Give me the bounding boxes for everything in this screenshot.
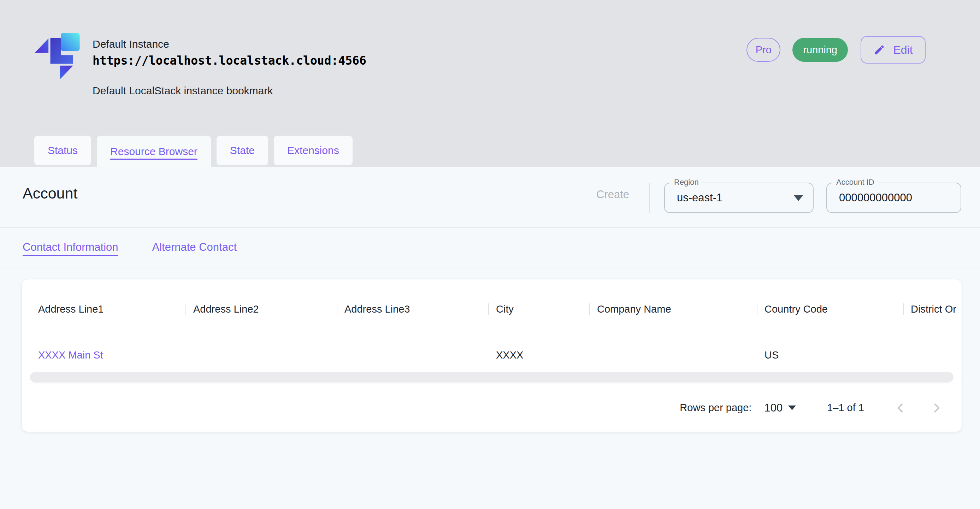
edit-button[interactable]: Edit — [861, 36, 926, 64]
data-grid-card: Address Line1 Address Line2 Address Line… — [22, 279, 962, 432]
chevron-left-icon — [892, 400, 908, 416]
column-header-company-name[interactable]: Company Name — [589, 304, 757, 315]
cell-city: XXXX — [488, 349, 589, 361]
tab-extensions[interactable]: Extensions — [274, 136, 353, 165]
status-badge: running — [792, 38, 848, 62]
localstack-logo-icon — [34, 32, 82, 80]
column-header-district[interactable]: District Or — [903, 304, 962, 315]
column-header-country-code[interactable]: Country Code — [757, 304, 903, 315]
pencil-icon — [873, 44, 885, 56]
tab-state[interactable]: State — [216, 136, 268, 165]
chevron-down-icon — [788, 406, 796, 410]
contact-subtabs: Contact Information Alternate Contact — [0, 228, 980, 267]
instance-url: https://localhost.localstack.cloud:4566 — [92, 54, 366, 67]
column-header-city[interactable]: City — [488, 304, 589, 315]
create-button[interactable]: Create — [597, 188, 629, 201]
pagination-bar: Rows per page: 100 1–1 of 1 — [22, 384, 962, 432]
subtab-contact-information[interactable]: Contact Information — [22, 241, 118, 254]
horizontal-scrollbar-thumb[interactable] — [30, 372, 953, 383]
chevron-right-icon — [929, 400, 945, 416]
data-grid: Address Line1 Address Line2 Address Line… — [22, 279, 962, 371]
chevron-down-icon — [794, 195, 803, 201]
main-tabs: Status Resource Browser State Extensions — [34, 136, 353, 167]
instance-name: Default Instance — [92, 37, 366, 51]
table-row[interactable]: XXXX Main St XXXX US — [22, 339, 962, 371]
resource-browser-panel: Account Create Region us-east-1 Account … — [0, 167, 980, 509]
localstack-app: Default Instance https://localhost.local… — [0, 0, 980, 509]
row-link-address-line1[interactable]: XXXX Main St — [38, 349, 103, 361]
edit-button-label: Edit — [893, 43, 913, 57]
page-title: Account — [22, 185, 77, 202]
instance-actions: Pro running Edit — [746, 35, 926, 65]
pro-badge: Pro — [746, 38, 780, 62]
cell-country-code: US — [757, 349, 903, 361]
next-page-button[interactable] — [928, 399, 945, 417]
rows-per-page-value: 100 — [764, 402, 783, 414]
instance-description: Default LocalStack instance bookmark — [92, 85, 273, 97]
toolbar-divider — [649, 183, 650, 213]
resource-header: Account Create Region us-east-1 Account … — [0, 167, 980, 228]
rows-per-page-label: Rows per page: — [680, 402, 751, 414]
column-header-address-line3[interactable]: Address Line3 — [337, 304, 488, 315]
account-id-field: Account ID — [826, 183, 961, 213]
table-header-row: Address Line1 Address Line2 Address Line… — [22, 279, 962, 339]
account-id-input[interactable] — [839, 183, 952, 212]
tab-resource-browser[interactable]: Resource Browser — [97, 136, 211, 167]
pagination-range: 1–1 of 1 — [827, 402, 864, 414]
previous-page-button[interactable] — [892, 399, 908, 417]
tab-status[interactable]: Status — [34, 136, 91, 165]
region-select-value: us-east-1 — [677, 183, 722, 212]
region-select[interactable]: Region us-east-1 — [664, 183, 814, 213]
column-header-address-line2[interactable]: Address Line2 — [186, 304, 337, 315]
column-header-address-line1[interactable]: Address Line1 — [22, 304, 186, 315]
rows-per-page-select[interactable]: 100 — [764, 402, 796, 414]
instance-title-block: Default Instance https://localhost.local… — [92, 37, 366, 67]
subtab-alternate-contact[interactable]: Alternate Contact — [152, 241, 237, 254]
